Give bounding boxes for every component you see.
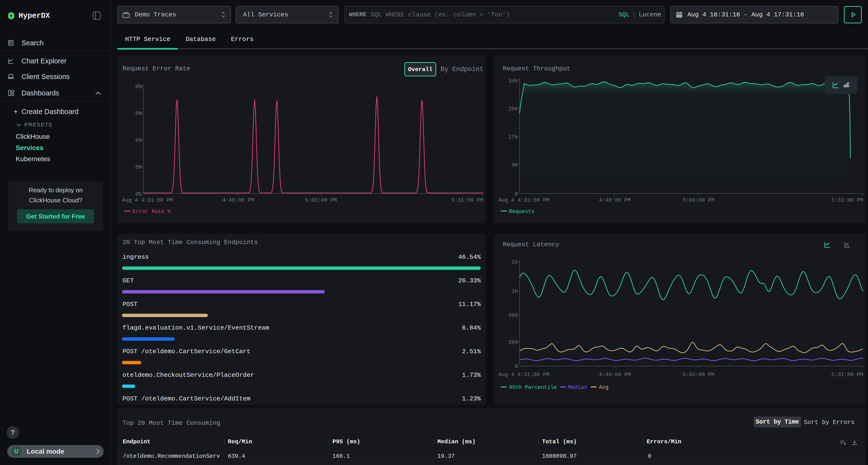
svg-text:200: 200 [508, 339, 518, 345]
svg-text:95th Percentile: 95th Percentile [509, 385, 557, 391]
svg-text:Aug 4 4:31:00 PM: Aug 4 4:31:00 PM [498, 372, 549, 378]
svg-text:400: 400 [508, 312, 518, 319]
svg-text:5:03:00 PM: 5:03:00 PM [683, 372, 714, 378]
svg-text:5:31:00 PM: 5:31:00 PM [831, 372, 863, 378]
svg-text:1k: 1k [512, 289, 518, 294]
svg-text:0: 0 [515, 364, 518, 370]
svg-text:4:48:00 PM: 4:48:00 PM [599, 372, 631, 378]
svg-text:1k: 1k [512, 259, 518, 265]
svg-text:Median: Median [568, 385, 587, 391]
svg-text:Avg: Avg [599, 385, 609, 391]
